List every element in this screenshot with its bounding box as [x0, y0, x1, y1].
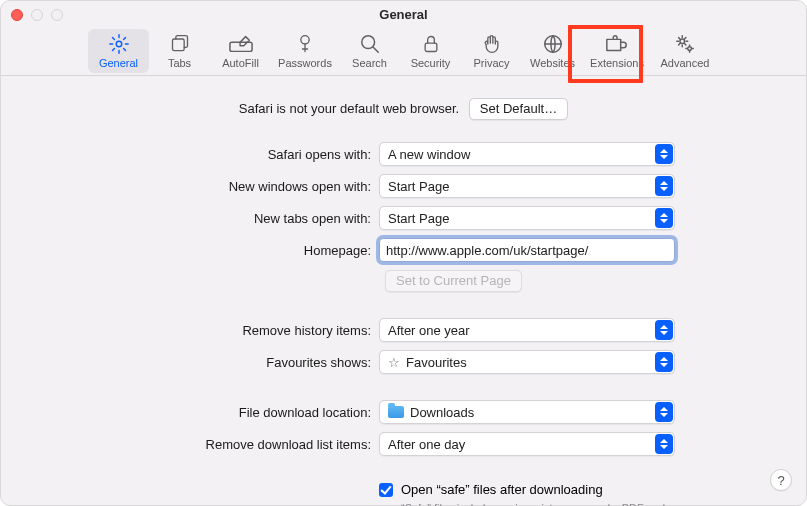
chevron-updown-icon — [655, 176, 673, 196]
select-value: Downloads — [410, 405, 474, 420]
download-location-label: File download location: — [31, 405, 371, 420]
tab-autofill[interactable]: AutoFill — [210, 29, 271, 73]
chevron-updown-icon — [655, 320, 673, 340]
window-title: General — [1, 7, 806, 22]
select-value: Start Page — [388, 211, 449, 226]
open-safe-files-helptext: “Safe” files include movies, pictures, s… — [401, 501, 679, 506]
tab-passwords[interactable]: Passwords — [271, 29, 339, 73]
new-tabs-select[interactable]: Start Page — [379, 206, 675, 230]
tab-label: Search — [352, 57, 387, 69]
folder-icon — [388, 406, 404, 418]
tab-websites[interactable]: Websites — [522, 29, 583, 73]
default-browser-banner: Safari is not your default web browser. … — [31, 98, 776, 120]
hand-icon — [478, 33, 506, 55]
svg-point-7 — [680, 39, 685, 44]
gears-icon — [671, 33, 699, 55]
svg-point-0 — [116, 41, 122, 47]
remove-history-select[interactable]: After one year — [379, 318, 675, 342]
chevron-updown-icon — [655, 144, 673, 164]
set-default-button[interactable]: Set Default… — [469, 98, 568, 120]
new-windows-label: New windows open with: — [31, 179, 371, 194]
chevron-updown-icon — [655, 352, 673, 372]
tabs-icon — [166, 33, 194, 55]
chevron-updown-icon — [655, 434, 673, 454]
tab-label: Passwords — [278, 57, 332, 69]
open-safe-files-label[interactable]: Open “safe” files after downloading — [401, 482, 679, 497]
general-pane: Safari is not your default web browser. … — [1, 76, 806, 506]
tab-extensions[interactable]: Extensions — [583, 29, 651, 73]
set-current-page-button[interactable]: Set to Current Page — [385, 270, 522, 292]
favourites-select[interactable]: ☆ Favourites — [379, 350, 675, 374]
preferences-toolbar: General Tabs AutoFill — [1, 25, 806, 76]
chevron-updown-icon — [655, 208, 673, 228]
tab-label: Security — [411, 57, 451, 69]
pencil-field-icon — [227, 33, 255, 55]
default-browser-text: Safari is not your default web browser. — [239, 101, 459, 116]
remove-downloads-select[interactable]: After one day — [379, 432, 675, 456]
tab-search[interactable]: Search — [339, 29, 400, 73]
select-value: After one year — [388, 323, 470, 338]
new-windows-select[interactable]: Start Page — [379, 174, 675, 198]
help-button[interactable]: ? — [770, 469, 792, 491]
search-icon — [356, 33, 384, 55]
new-tabs-label: New tabs open with: — [31, 211, 371, 226]
globe-icon — [539, 33, 567, 55]
download-location-select[interactable]: Downloads — [379, 400, 675, 424]
tab-tabs[interactable]: Tabs — [149, 29, 210, 73]
tab-label: Advanced — [661, 57, 710, 69]
tab-security[interactable]: Security — [400, 29, 461, 73]
preferences-window: General General Tabs — [0, 0, 807, 506]
tab-label: AutoFill — [222, 57, 259, 69]
svg-point-8 — [688, 47, 692, 51]
settings-form: Safari opens with: A new window New wind… — [31, 142, 776, 506]
gear-icon — [105, 33, 133, 55]
tab-label: Tabs — [168, 57, 191, 69]
svg-rect-5 — [425, 43, 437, 51]
select-value: A new window — [388, 147, 470, 162]
tab-label: Websites — [530, 57, 575, 69]
titlebar: General — [1, 1, 806, 25]
tab-label: Extensions — [590, 57, 644, 69]
lock-icon — [417, 33, 445, 55]
star-icon: ☆ — [388, 355, 400, 370]
tab-label: General — [99, 57, 138, 69]
tab-advanced[interactable]: Advanced — [651, 29, 719, 73]
tab-general[interactable]: General — [88, 29, 149, 73]
homepage-label: Homepage: — [31, 243, 371, 258]
safari-opens-select[interactable]: A new window — [379, 142, 675, 166]
favourites-label: Favourites shows: — [31, 355, 371, 370]
svg-rect-2 — [229, 42, 251, 51]
puzzle-icon — [603, 33, 631, 55]
tab-label: Privacy — [473, 57, 509, 69]
remove-history-label: Remove history items: — [31, 323, 371, 338]
tab-privacy[interactable]: Privacy — [461, 29, 522, 73]
select-value: Start Page — [388, 179, 449, 194]
remove-downloads-label: Remove download list items: — [31, 437, 371, 452]
svg-rect-1 — [172, 39, 184, 51]
select-value: After one day — [388, 437, 465, 452]
select-value: Favourites — [406, 355, 467, 370]
svg-point-3 — [301, 36, 309, 44]
open-safe-files-checkbox[interactable] — [379, 483, 393, 497]
homepage-input[interactable] — [379, 238, 675, 262]
safari-opens-label: Safari opens with: — [31, 147, 371, 162]
key-icon — [291, 33, 319, 55]
chevron-updown-icon — [655, 402, 673, 422]
